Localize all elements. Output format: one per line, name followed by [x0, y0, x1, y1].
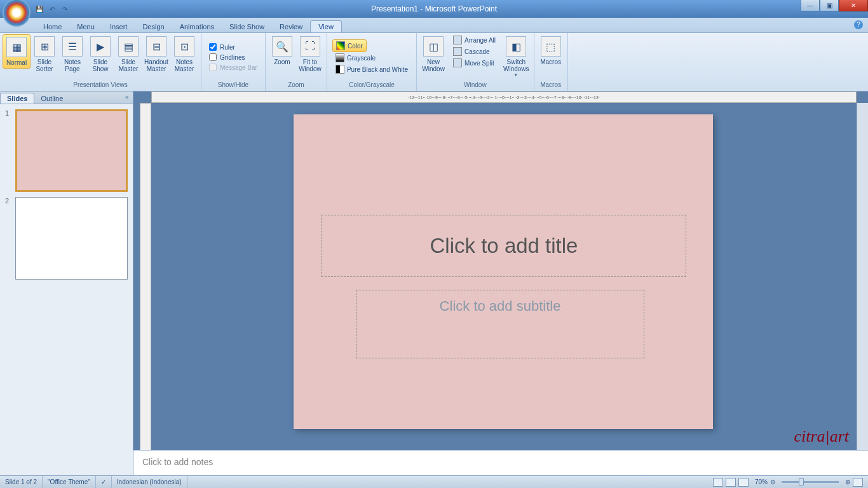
- vertical-ruler[interactable]: [140, 103, 151, 475]
- tab-outline[interactable]: Outline: [34, 93, 69, 104]
- spellcheck-icon[interactable]: ✓: [96, 476, 112, 488]
- grayscale-button[interactable]: Grayscale: [332, 52, 379, 64]
- subtitle-placeholder[interactable]: Click to add subtitle: [356, 290, 644, 358]
- minimize-button[interactable]: —: [801, 0, 820, 11]
- normal-button[interactable]: ▦Normal: [3, 34, 31, 69]
- handout-master-icon: ⊟: [146, 36, 166, 57]
- window-controls: — ▣ ✕: [801, 0, 868, 11]
- slide-master-button[interactable]: ▤Slide Master: [114, 34, 142, 74]
- help-icon[interactable]: ?: [854, 20, 863, 29]
- group-label: Show/Hide: [204, 80, 262, 90]
- group-show-hide: Ruler Gridlines Message Bar Show/Hide: [201, 33, 266, 91]
- group-color-grayscale: Color Grayscale Pure Black and White Col…: [327, 33, 417, 91]
- tab-review[interactable]: Review: [272, 21, 310, 32]
- arrange-all-button[interactable]: Arrange All: [450, 34, 499, 46]
- switch-icon: ◧: [506, 36, 526, 57]
- sorter-icon: ⊞: [34, 36, 55, 57]
- macros-button[interactable]: ⬚Macros: [537, 34, 565, 67]
- window-title: Presentation1 - Microsoft PowerPoint: [371, 4, 497, 13]
- panel-close-icon[interactable]: ×: [125, 93, 129, 101]
- ribbon-tabs: Home Menu Insert Design Animations Slide…: [0, 18, 868, 33]
- slide-sorter-button[interactable]: ⊞Slide Sorter: [31, 34, 58, 74]
- zoom-slider-thumb[interactable]: [799, 478, 804, 485]
- thumbnail-2[interactable]: [15, 197, 128, 280]
- tab-animations[interactable]: Animations: [172, 21, 222, 32]
- slide-show-button[interactable]: ▶Slide Show: [86, 34, 114, 74]
- slideshow-icon: ▶: [90, 36, 111, 57]
- tab-slides[interactable]: Slides: [0, 93, 34, 104]
- tab-menu[interactable]: Menu: [69, 21, 102, 32]
- color-button[interactable]: Color: [332, 39, 367, 52]
- group-label: Macros: [537, 80, 565, 90]
- black-white-button[interactable]: Pure Black and White: [332, 64, 411, 75]
- handout-master-button[interactable]: ⊟Handout Master: [142, 34, 170, 74]
- office-button[interactable]: [3, 0, 31, 27]
- macros-icon: ⬚: [541, 36, 561, 57]
- normal-view-icon[interactable]: [713, 478, 723, 487]
- tab-design[interactable]: Design: [135, 21, 172, 32]
- sorter-view-icon[interactable]: [726, 478, 736, 487]
- zoom-icon: 🔍: [272, 36, 292, 57]
- zoom-slider[interactable]: [782, 481, 839, 483]
- tab-view[interactable]: View: [310, 20, 342, 32]
- move-split-button[interactable]: Move Split: [450, 57, 499, 69]
- undo-icon[interactable]: ↶: [47, 4, 57, 14]
- title-placeholder[interactable]: Click to add title: [322, 215, 686, 277]
- group-window: ◫New Window Arrange All Cascade Move Spl…: [417, 33, 534, 91]
- notes-master-icon: ⊡: [174, 36, 194, 57]
- statusbar: Slide 1 of 2 "Office Theme" ✓ Indonesian…: [0, 475, 868, 488]
- cascade-icon: [453, 47, 462, 56]
- fit-view-icon[interactable]: [853, 478, 863, 487]
- maximize-button[interactable]: ▣: [820, 0, 839, 11]
- language-indicator[interactable]: Indonesian (Indonesia): [112, 476, 187, 488]
- ruler-checkbox[interactable]: Ruler: [207, 42, 238, 52]
- vertical-scrollbar[interactable]: [857, 103, 868, 475]
- watermark: citra|art: [794, 427, 849, 446]
- notes-page-icon: ☰: [62, 36, 83, 57]
- fit-icon: ⛶: [300, 36, 320, 57]
- tab-slideshow[interactable]: Slide Show: [222, 21, 272, 32]
- thumb-row[interactable]: 1: [5, 109, 128, 192]
- color-icon: [336, 41, 345, 50]
- save-icon[interactable]: 💾: [34, 4, 44, 14]
- bw-icon: [336, 65, 344, 74]
- ribbon: ▦Normal ⊞Slide Sorter ☰Notes Page ▶Slide…: [0, 33, 868, 92]
- zoom-level: 70%: [755, 478, 768, 485]
- split-icon: [453, 58, 462, 67]
- tab-insert[interactable]: Insert: [102, 21, 135, 32]
- normal-icon: ▦: [6, 37, 27, 57]
- slide-canvas[interactable]: Click to add title Click to add subtitle: [294, 114, 713, 429]
- new-window-button[interactable]: ◫New Window: [419, 34, 447, 74]
- slides-panel: Slides Outline × 1 2: [0, 92, 133, 475]
- switch-windows-button[interactable]: ◧Switch Windows▾: [501, 34, 531, 79]
- group-label: Presentation Views: [3, 80, 198, 90]
- thumb-row[interactable]: 2: [5, 197, 128, 280]
- slideshow-view-icon[interactable]: [738, 478, 749, 487]
- group-macros: ⬚Macros Macros: [534, 33, 568, 91]
- slide-editor: ·12···11···10···9····8····7····6····5···…: [133, 92, 868, 475]
- group-label: Zoom: [268, 80, 324, 90]
- zoom-in-button[interactable]: ⊕: [845, 478, 850, 485]
- panel-tabs: Slides Outline ×: [0, 92, 133, 104]
- thumbnail-list: 1 2: [0, 104, 133, 475]
- zoom-out-button[interactable]: ⊖: [770, 478, 775, 485]
- notes-pane[interactable]: Click to add notes: [133, 450, 868, 475]
- close-button[interactable]: ✕: [839, 0, 868, 11]
- notes-page-button[interactable]: ☰Notes Page: [58, 34, 86, 74]
- cascade-button[interactable]: Cascade: [450, 46, 499, 57]
- thumbnail-1[interactable]: [15, 109, 128, 192]
- fit-window-button[interactable]: ⛶Fit to Window: [296, 34, 324, 74]
- gridlines-checkbox[interactable]: Gridlines: [207, 52, 247, 62]
- redo-icon[interactable]: ↷: [60, 4, 70, 14]
- grayscale-icon: [336, 53, 344, 62]
- new-window-icon: ◫: [423, 36, 444, 57]
- workspace: Slides Outline × 1 2 ·12···11···10···9··…: [0, 92, 868, 475]
- horizontal-ruler[interactable]: ·12···11···10···9····8····7····6····5···…: [151, 92, 857, 103]
- notes-master-button[interactable]: ⊡Notes Master: [170, 34, 198, 74]
- group-label: Color/Grayscale: [330, 80, 414, 90]
- titlebar: 💾 ↶ ↷ Presentation1 - Microsoft PowerPoi…: [0, 0, 868, 18]
- thumb-number: 1: [5, 109, 11, 192]
- tab-home[interactable]: Home: [36, 21, 69, 32]
- quick-access-toolbar: 💾 ↶ ↷: [34, 0, 70, 18]
- zoom-button[interactable]: 🔍Zoom: [268, 34, 296, 67]
